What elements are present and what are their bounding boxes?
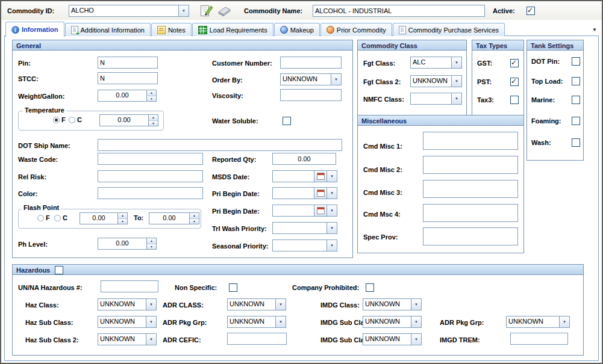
- active-checkbox[interactable]: [526, 7, 535, 15]
- calendar-button[interactable]: [314, 188, 326, 199]
- stcc-input[interactable]: [98, 72, 158, 84]
- commodity-name-input[interactable]: [313, 5, 485, 17]
- chevron-down-icon: ▼: [326, 205, 337, 216]
- waste-code-input[interactable]: [98, 153, 203, 165]
- adr-pkg-grp-select[interactable]: UNKNOWN ▼: [227, 316, 286, 328]
- color-label: Color:: [18, 190, 37, 197]
- miscellaneous-group-title: Miscellaneous: [361, 117, 407, 125]
- spinner-buttons[interactable]: ▲▼: [146, 238, 156, 249]
- pri-begin-date2-label: Pri Begin Date:: [212, 208, 260, 215]
- nmfc-class-label: NMFC Class:: [363, 96, 404, 103]
- tab-information[interactable]: Information: [5, 22, 64, 37]
- spin-up-icon: ▲: [147, 238, 156, 244]
- non-specific-checkbox[interactable]: [229, 283, 237, 292]
- chevron-down-icon: ▼: [451, 76, 461, 87]
- marine-checkbox[interactable]: [572, 96, 580, 104]
- pri-begin-date-field[interactable]: ▼: [272, 187, 337, 199]
- imdg-sub-class-select[interactable]: UNKNOWN ▼: [363, 316, 422, 328]
- adr-pkg-grp-label: ADR Pkg Grp:: [163, 319, 207, 326]
- flash-from-spinner[interactable]: 0.00 ▲▼: [80, 212, 128, 224]
- adr-class-select[interactable]: UNKNOWN ▼: [227, 298, 286, 310]
- company-prohibited-checkbox[interactable]: [366, 283, 374, 292]
- pin-input[interactable]: [98, 57, 158, 69]
- cmd-msc4-input[interactable]: [423, 204, 518, 222]
- seasonal-priority-select[interactable]: ▼: [272, 239, 337, 251]
- edit-commodity-button[interactable]: [200, 4, 214, 20]
- spin-down-icon: ▼: [147, 96, 156, 102]
- chevron-down-icon: ▼: [451, 93, 461, 104]
- chevron-down-icon: ▼: [411, 334, 421, 345]
- imgd-trem-input[interactable]: [510, 333, 568, 345]
- dot-ship-name-input[interactable]: [98, 139, 342, 151]
- msds-date-field[interactable]: ▼: [272, 170, 337, 182]
- flash-c-radio[interactable]: [54, 215, 61, 221]
- cmd-misc3-input[interactable]: [423, 180, 518, 198]
- ph-level-label: Ph Level:: [18, 241, 48, 248]
- adr-cefic-input[interactable]: [227, 333, 287, 345]
- nmfc-class-select[interactable]: ▼: [410, 93, 462, 105]
- cmd-misc2-input[interactable]: [423, 156, 518, 174]
- fgt-class2-select[interactable]: UNKNOWN ▼: [410, 75, 462, 87]
- order-by-value: UNKNOWN: [281, 74, 331, 85]
- rel-risk-label: Rel Risk:: [18, 173, 46, 180]
- fgt-class-select[interactable]: ALC ▼: [410, 57, 462, 69]
- trl-wash-priority-select[interactable]: ▼: [272, 222, 337, 234]
- information-icon: [11, 26, 19, 34]
- tank-settings-group-header: Tank Settings: [527, 40, 583, 51]
- customer-number-input[interactable]: [280, 57, 342, 69]
- color-input[interactable]: [98, 187, 203, 199]
- imdg-sub-class2-select[interactable]: UNKNOWN ▼: [363, 333, 422, 345]
- dot-pin-checkbox[interactable]: [572, 57, 580, 66]
- tab-commodity-purchase-services[interactable]: Commodity Purchase Services: [393, 23, 505, 36]
- commodity-id-select[interactable]: ALCHO ▼: [69, 5, 189, 17]
- foaming-label: Foaming:: [531, 117, 561, 125]
- top-load-checkbox[interactable]: [572, 77, 580, 85]
- gst-checkbox[interactable]: [510, 59, 519, 67]
- tab-notes[interactable]: Notes: [151, 23, 192, 36]
- cmd-misc1-input[interactable]: [423, 132, 518, 150]
- weight-gallon-spinner[interactable]: 0.00 ▲▼: [98, 90, 157, 102]
- erase-commodity-button[interactable]: [216, 6, 232, 19]
- tab-prior-commodity[interactable]: Prior Commodity: [320, 23, 392, 36]
- tax3-checkbox[interactable]: [510, 96, 519, 104]
- imdg-class-select[interactable]: UNKNOWN ▼: [363, 298, 422, 310]
- un-na-hazardous-input[interactable]: [101, 280, 158, 292]
- spinner-buttons[interactable]: ▲▼: [148, 115, 158, 126]
- tab-overflow-button[interactable]: ▼: [592, 27, 597, 32]
- adr-pkg-grp2-select[interactable]: UNKNOWN ▼: [506, 316, 570, 328]
- temperature-f-radio[interactable]: [53, 117, 60, 123]
- haz-sub-class2-select[interactable]: UNKNOWN ▼: [98, 333, 157, 345]
- foaming-checkbox[interactable]: [572, 117, 580, 125]
- order-by-select[interactable]: UNKNOWN ▼: [280, 73, 342, 85]
- flash-c-label: C: [63, 214, 67, 221]
- pri-begin-date-label: Pri Begin Date:: [212, 190, 260, 197]
- tab-load-requirements[interactable]: Load Requirements: [192, 23, 273, 36]
- viscosity-input[interactable]: [280, 89, 342, 101]
- miscellaneous-group-header: Miscellaneous: [358, 116, 523, 126]
- pst-checkbox[interactable]: [510, 78, 519, 86]
- ph-level-spinner[interactable]: 0.00 ▲▼: [98, 238, 157, 250]
- seasonal-priority-label: Seasonal Priority:: [212, 242, 269, 250]
- pri-begin-date2-field[interactable]: ▼: [272, 205, 337, 217]
- water-soluble-checkbox[interactable]: [283, 117, 291, 125]
- chevron-down-icon: ▼: [146, 299, 156, 310]
- haz-sub-class-select[interactable]: UNKNOWN ▼: [98, 316, 157, 328]
- haz-class-select[interactable]: UNKNOWN ▼: [98, 298, 157, 310]
- temperature-c-radio[interactable]: [69, 117, 75, 123]
- reported-qty-input[interactable]: [272, 153, 336, 165]
- tab-additional-information[interactable]: Additional Information: [65, 23, 151, 36]
- calendar-button[interactable]: [314, 205, 326, 216]
- spinner-buttons[interactable]: ▲▼: [146, 90, 156, 101]
- wash-checkbox[interactable]: [572, 138, 580, 147]
- spinner-buttons[interactable]: ▲▼: [117, 213, 127, 224]
- rel-risk-input[interactable]: [98, 170, 203, 182]
- spinner-buttons[interactable]: ▲▼: [189, 213, 199, 224]
- spec-prov-input[interactable]: [423, 227, 518, 245]
- calendar-button[interactable]: [314, 171, 326, 182]
- flash-to-spinner[interactable]: 0.00 ▲▼: [149, 212, 199, 224]
- temperature-spinner[interactable]: 0.00 ▲▼: [99, 114, 158, 126]
- flash-f-radio[interactable]: [37, 215, 44, 221]
- hazardous-checkbox[interactable]: [55, 266, 63, 274]
- tab-makeup[interactable]: Makeup: [274, 23, 320, 36]
- calendar-icon: [317, 190, 325, 197]
